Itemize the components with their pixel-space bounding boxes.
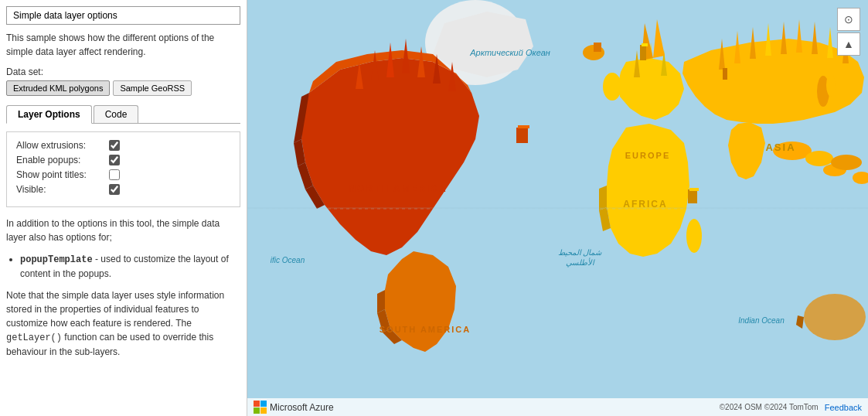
svg-rect-52 xyxy=(640,45,646,60)
map-controls: ⊙ ▲ xyxy=(837,8,860,56)
intro-text: This sample shows how the different opti… xyxy=(6,31,240,59)
section-title: Simple data layer options xyxy=(13,10,117,21)
svg-text:ASIA: ASIA xyxy=(765,142,795,153)
left-panel: Simple data layer options This sample sh… xyxy=(0,0,247,416)
map-svg: NORTH AMERICA SOUTH AMERICA EUROPE AFRIC… xyxy=(247,0,868,416)
svg-marker-17 xyxy=(377,290,385,313)
azure-logo: Microsoft Azure xyxy=(254,401,334,414)
options-panel: Allow extrusions: Enable popups: Show po… xyxy=(6,131,240,207)
sq-yellow xyxy=(260,407,267,414)
option-enable-popups-label: Enable popups: xyxy=(16,155,109,165)
sq-red xyxy=(254,401,260,407)
option-visible: Visible: xyxy=(16,184,230,195)
tilt-button[interactable]: ▲ xyxy=(837,32,860,56)
azure-logo-text: Microsoft Azure xyxy=(270,402,334,413)
option-allow-extrusions-checkbox[interactable] xyxy=(109,140,120,151)
section-title-box: Simple data layer options xyxy=(6,6,240,25)
svg-text:Арктический Океан: Арктический Океан xyxy=(469,48,550,57)
tab-bar: Layer Options Code xyxy=(6,105,240,124)
azure-squares-icon xyxy=(254,401,267,414)
bullet-popup-template: popupTemplate - used to customize the la… xyxy=(20,254,229,279)
svg-point-31 xyxy=(686,219,702,253)
svg-marker-29 xyxy=(599,186,607,210)
svg-point-46 xyxy=(831,155,862,170)
dataset-label: Data set: xyxy=(6,66,240,77)
compass-button[interactable]: ⊙ xyxy=(837,8,860,31)
feedback-link[interactable]: Feedback xyxy=(825,403,862,412)
svg-point-49 xyxy=(826,73,836,97)
bullet-item-0: popupTemplate - used to customize the la… xyxy=(20,252,240,281)
map-area: NORTH AMERICA SOUTH AMERICA EUROPE AFRIC… xyxy=(247,0,868,416)
svg-rect-53 xyxy=(642,43,648,46)
svg-text:الأطلسي: الأطلسي xyxy=(566,257,595,268)
svg-text:SOUTH AMERICA: SOUTH AMERICA xyxy=(380,325,471,334)
dataset-buttons: Extruded KML polygons Sample GeoRSS xyxy=(6,80,240,96)
option-enable-popups: Enable popups: xyxy=(16,155,230,165)
note-text: Note that the simple data layer uses sty… xyxy=(6,288,240,359)
svg-text:ific Ocean: ific Ocean xyxy=(271,256,305,264)
svg-text:NORTH AMERICA: NORTH AMERICA xyxy=(349,183,448,194)
option-show-point-titles-checkbox[interactable] xyxy=(109,169,120,180)
svg-rect-56 xyxy=(688,189,697,203)
option-enable-popups-checkbox[interactable] xyxy=(109,155,120,165)
option-visible-checkbox[interactable] xyxy=(109,184,120,195)
svg-text:Indian Ocean: Indian Ocean xyxy=(738,316,785,325)
dataset-btn-georss[interactable]: Sample GeoRSS xyxy=(113,80,192,96)
map-footer: Microsoft Azure ©2024 OSM ©2024 TomTom F… xyxy=(247,398,868,416)
option-visible-label: Visible: xyxy=(16,184,109,195)
svg-text:EUROPE: EUROPE xyxy=(625,151,670,160)
svg-rect-55 xyxy=(723,68,727,80)
svg-rect-54 xyxy=(594,43,601,52)
tab-layer-options[interactable]: Layer Options xyxy=(6,105,92,124)
dataset-btn-kml[interactable]: Extruded KML polygons xyxy=(6,80,110,96)
sq-blue xyxy=(254,407,260,414)
additional-text: In addition to the options in this tool,… xyxy=(6,217,240,244)
svg-rect-57 xyxy=(689,188,699,191)
svg-point-50 xyxy=(804,294,866,340)
option-allow-extrusions: Allow extrusions: xyxy=(16,140,230,151)
svg-text:AFRICA: AFRICA xyxy=(623,199,667,210)
svg-text:شمال المحيط: شمال المحيط xyxy=(558,248,603,257)
copyright-text: ©2024 OSM ©2024 TomTom xyxy=(720,403,819,411)
svg-rect-58 xyxy=(516,128,528,143)
svg-rect-59 xyxy=(518,125,529,128)
sq-green xyxy=(260,401,267,407)
option-allow-extrusions-label: Allow extrusions: xyxy=(16,140,109,151)
bullet-list: popupTemplate - used to customize the la… xyxy=(20,252,240,281)
option-show-point-titles-label: Show point titles: xyxy=(16,169,109,180)
tab-code[interactable]: Code xyxy=(94,105,139,123)
svg-point-26 xyxy=(603,73,621,101)
svg-point-44 xyxy=(805,151,833,166)
option-show-point-titles: Show point titles: xyxy=(16,169,230,180)
